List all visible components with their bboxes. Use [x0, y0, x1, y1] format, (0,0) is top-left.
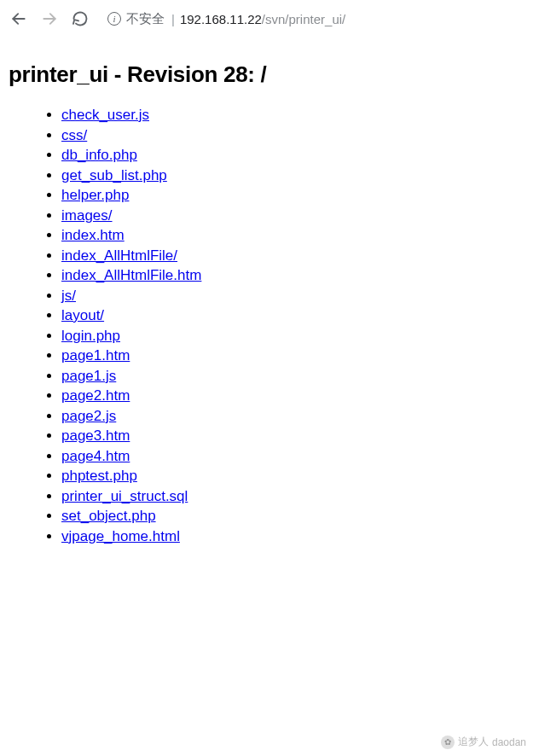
url-host: 192.168.11.22 [180, 12, 262, 26]
file-link[interactable]: layout/ [61, 307, 104, 323]
list-item: layout/ [61, 307, 524, 324]
file-link[interactable]: get_sub_list.php [61, 167, 167, 183]
file-link[interactable]: set_object.php [61, 508, 156, 524]
list-item: js/ [61, 288, 524, 305]
watermark: ✿ 追梦人 daodan [441, 735, 526, 749]
file-link[interactable]: index_AllHtmlFile/ [61, 247, 177, 264]
file-link[interactable]: index_AllHtmlFile.htm [61, 267, 201, 283]
list-item: check_user.js [61, 107, 524, 124]
url-text: 192.168.11.22/svn/printer_ui/ [180, 12, 345, 26]
reload-icon [72, 10, 89, 27]
list-item: images/ [61, 207, 524, 224]
forward-button[interactable] [39, 9, 60, 29]
file-link[interactable]: images/ [61, 207, 113, 224]
file-link[interactable]: page4.htm [61, 448, 130, 464]
watermark-text2: daodan [492, 736, 526, 748]
file-link[interactable]: index.htm [61, 227, 125, 243]
file-link[interactable]: js/ [61, 288, 76, 304]
watermark-icon: ✿ [441, 736, 455, 749]
file-link[interactable]: db_info.php [61, 147, 137, 163]
insecure-label: 不安全 [126, 11, 165, 27]
file-link[interactable]: page3.htm [61, 427, 130, 444]
list-item: page4.htm [61, 448, 524, 465]
list-item: page1.js [61, 368, 524, 385]
arrow-right-icon [41, 10, 58, 27]
list-item: css/ [61, 127, 524, 144]
file-link[interactable]: page2.js [61, 408, 116, 424]
list-item: page3.htm [61, 427, 524, 445]
file-link[interactable]: login.php [61, 328, 120, 344]
directory-listing: check_user.jscss/db_info.phpget_sub_list… [9, 107, 524, 545]
list-item: page2.htm [61, 387, 524, 404]
list-item: index_AllHtmlFile.htm [61, 267, 524, 284]
list-item: printer_ui_struct.sql [61, 488, 524, 505]
file-link[interactable]: page1.htm [61, 347, 130, 363]
list-item: set_object.php [61, 508, 524, 525]
list-item: page2.js [61, 408, 524, 425]
file-link[interactable]: phptest.php [61, 468, 137, 484]
reload-button[interactable] [70, 9, 90, 29]
file-link[interactable]: helper.php [61, 187, 129, 203]
list-item: login.php [61, 328, 524, 345]
page-content: printer_ui - Revision 28: / check_user.j… [0, 38, 533, 556]
list-item: phptest.php [61, 468, 524, 485]
file-link[interactable]: css/ [61, 127, 87, 143]
file-link[interactable]: vjpage_home.html [61, 528, 180, 544]
separator-pipe: | [171, 12, 175, 26]
url-path: /svn/printer_ui/ [262, 12, 345, 26]
address-bar[interactable]: i 不安全 | 192.168.11.22/svn/printer_ui/ [101, 6, 524, 32]
browser-toolbar: i 不安全 | 192.168.11.22/svn/printer_ui/ [0, 0, 533, 38]
list-item: vjpage_home.html [61, 528, 524, 545]
file-link[interactable]: check_user.js [61, 107, 149, 123]
file-link[interactable]: page2.htm [61, 387, 130, 404]
list-item: helper.php [61, 187, 524, 204]
list-item: index_AllHtmlFile/ [61, 247, 524, 265]
file-link[interactable]: printer_ui_struct.sql [61, 488, 188, 504]
list-item: page1.htm [61, 347, 524, 364]
file-link[interactable]: page1.js [61, 368, 116, 384]
watermark-text1: 追梦人 [458, 735, 489, 749]
list-item: db_info.php [61, 147, 524, 164]
info-icon: i [107, 12, 121, 26]
arrow-left-icon [10, 10, 27, 27]
list-item: index.htm [61, 227, 524, 244]
back-button[interactable] [9, 9, 29, 29]
page-title: printer_ui - Revision 28: / [9, 61, 524, 88]
list-item: get_sub_list.php [61, 167, 524, 184]
